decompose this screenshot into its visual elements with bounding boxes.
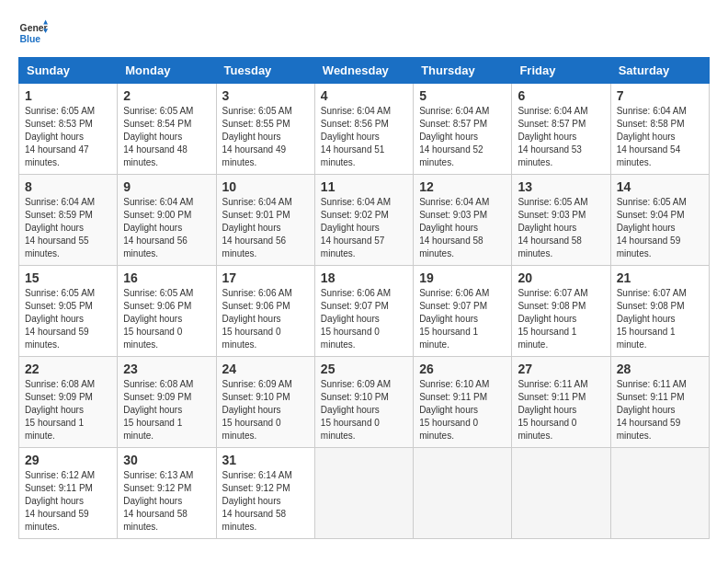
day-info: Sunrise: 6:06 AMSunset: 9:06 PMDaylight … bbox=[222, 287, 309, 351]
svg-text:Blue: Blue bbox=[20, 34, 41, 44]
header-tuesday: Tuesday bbox=[216, 58, 314, 84]
calendar-cell: 5Sunrise: 6:04 AMSunset: 8:57 PMDaylight… bbox=[414, 84, 512, 175]
day-info: Sunrise: 6:07 AMSunset: 9:08 PMDaylight … bbox=[518, 287, 604, 351]
day-info: Sunrise: 6:14 AMSunset: 9:12 PMDaylight … bbox=[222, 469, 309, 534]
calendar-cell: 16Sunrise: 6:05 AMSunset: 9:06 PMDayligh… bbox=[118, 266, 216, 357]
calendar-cell: 21Sunrise: 6:07 AMSunset: 9:08 PMDayligh… bbox=[610, 266, 709, 357]
calendar-cell: 3Sunrise: 6:05 AMSunset: 8:55 PMDaylight… bbox=[216, 84, 314, 175]
day-number: 9 bbox=[123, 179, 210, 194]
header-friday: Friday bbox=[512, 58, 610, 84]
day-number: 16 bbox=[123, 270, 210, 285]
calendar-cell: 27Sunrise: 6:11 AMSunset: 9:11 PMDayligh… bbox=[512, 357, 610, 448]
day-info: Sunrise: 6:04 AMSunset: 9:02 PMDaylight … bbox=[321, 196, 407, 260]
day-info: Sunrise: 6:05 AMSunset: 9:04 PMDaylight … bbox=[617, 196, 703, 260]
day-info: Sunrise: 6:08 AMSunset: 9:09 PMDaylight … bbox=[25, 378, 111, 442]
day-info: Sunrise: 6:11 AMSunset: 9:11 PMDaylight … bbox=[518, 378, 604, 442]
day-info: Sunrise: 6:12 AMSunset: 9:11 PMDaylight … bbox=[25, 469, 111, 534]
calendar-cell: 31Sunrise: 6:14 AMSunset: 9:12 PMDayligh… bbox=[216, 448, 314, 539]
calendar-week-4: 22Sunrise: 6:08 AMSunset: 9:09 PMDayligh… bbox=[19, 357, 710, 448]
day-info: Sunrise: 6:08 AMSunset: 9:09 PMDaylight … bbox=[123, 378, 210, 442]
page-header: General Blue bbox=[18, 18, 710, 48]
calendar-header-row: SundayMondayTuesdayWednesdayThursdayFrid… bbox=[19, 58, 710, 84]
day-number: 5 bbox=[419, 88, 506, 103]
calendar-cell bbox=[314, 448, 413, 539]
calendar-week-5: 29Sunrise: 6:12 AMSunset: 9:11 PMDayligh… bbox=[19, 448, 710, 539]
day-info: Sunrise: 6:04 AMSunset: 8:57 PMDaylight … bbox=[419, 105, 506, 169]
day-info: Sunrise: 6:04 AMSunset: 8:58 PMDaylight … bbox=[617, 105, 703, 169]
day-number: 15 bbox=[25, 270, 111, 285]
day-number: 4 bbox=[321, 88, 407, 103]
calendar-cell: 20Sunrise: 6:07 AMSunset: 9:08 PMDayligh… bbox=[512, 266, 610, 357]
calendar-week-3: 15Sunrise: 6:05 AMSunset: 9:05 PMDayligh… bbox=[19, 266, 710, 357]
header-sunday: Sunday bbox=[19, 58, 118, 84]
calendar-cell: 17Sunrise: 6:06 AMSunset: 9:06 PMDayligh… bbox=[216, 266, 314, 357]
calendar-cell: 1Sunrise: 6:05 AMSunset: 8:53 PMDaylight… bbox=[19, 84, 118, 175]
day-number: 24 bbox=[222, 362, 309, 376]
day-info: Sunrise: 6:05 AMSunset: 9:06 PMDaylight … bbox=[123, 287, 210, 351]
day-info: Sunrise: 6:09 AMSunset: 9:10 PMDaylight … bbox=[321, 378, 407, 442]
day-number: 1 bbox=[25, 88, 111, 103]
svg-text:General: General bbox=[20, 23, 48, 33]
calendar-cell: 11Sunrise: 6:04 AMSunset: 9:02 PMDayligh… bbox=[314, 175, 413, 266]
day-info: Sunrise: 6:05 AMSunset: 8:55 PMDaylight … bbox=[222, 105, 309, 169]
day-info: Sunrise: 6:04 AMSunset: 8:56 PMDaylight … bbox=[321, 105, 407, 169]
calendar-cell bbox=[414, 448, 512, 539]
calendar-cell bbox=[610, 448, 709, 539]
day-info: Sunrise: 6:05 AMSunset: 8:54 PMDaylight … bbox=[123, 105, 210, 169]
calendar-cell: 26Sunrise: 6:10 AMSunset: 9:11 PMDayligh… bbox=[414, 357, 512, 448]
day-info: Sunrise: 6:05 AMSunset: 8:53 PMDaylight … bbox=[25, 105, 111, 169]
day-number: 28 bbox=[617, 362, 703, 376]
day-number: 20 bbox=[518, 270, 604, 285]
day-info: Sunrise: 6:10 AMSunset: 9:11 PMDaylight … bbox=[419, 378, 506, 442]
calendar-cell: 14Sunrise: 6:05 AMSunset: 9:04 PMDayligh… bbox=[610, 175, 709, 266]
logo: General Blue bbox=[18, 18, 48, 48]
svg-marker-2 bbox=[43, 20, 48, 25]
calendar-cell: 2Sunrise: 6:05 AMSunset: 8:54 PMDaylight… bbox=[118, 84, 216, 175]
day-number: 17 bbox=[222, 270, 309, 285]
day-info: Sunrise: 6:04 AMSunset: 9:00 PMDaylight … bbox=[123, 196, 210, 260]
day-number: 26 bbox=[419, 362, 506, 376]
day-number: 3 bbox=[222, 88, 309, 103]
calendar-cell: 15Sunrise: 6:05 AMSunset: 9:05 PMDayligh… bbox=[19, 266, 118, 357]
day-number: 12 bbox=[419, 179, 506, 194]
header-thursday: Thursday bbox=[414, 58, 512, 84]
calendar-week-2: 8Sunrise: 6:04 AMSunset: 8:59 PMDaylight… bbox=[19, 175, 710, 266]
day-number: 23 bbox=[123, 362, 210, 376]
calendar-cell: 10Sunrise: 6:04 AMSunset: 9:01 PMDayligh… bbox=[216, 175, 314, 266]
day-info: Sunrise: 6:07 AMSunset: 9:08 PMDaylight … bbox=[617, 287, 703, 351]
calendar-cell: 9Sunrise: 6:04 AMSunset: 9:00 PMDaylight… bbox=[118, 175, 216, 266]
day-info: Sunrise: 6:11 AMSunset: 9:11 PMDaylight … bbox=[617, 378, 703, 442]
day-info: Sunrise: 6:04 AMSunset: 8:59 PMDaylight … bbox=[25, 196, 111, 260]
day-number: 10 bbox=[222, 179, 309, 194]
day-number: 7 bbox=[617, 88, 703, 103]
calendar-cell: 25Sunrise: 6:09 AMSunset: 9:10 PMDayligh… bbox=[314, 357, 413, 448]
day-info: Sunrise: 6:13 AMSunset: 9:12 PMDaylight … bbox=[123, 469, 210, 534]
day-number: 8 bbox=[25, 179, 111, 194]
calendar-table: SundayMondayTuesdayWednesdayThursdayFrid… bbox=[18, 57, 710, 539]
calendar-week-1: 1Sunrise: 6:05 AMSunset: 8:53 PMDaylight… bbox=[19, 84, 710, 175]
day-info: Sunrise: 6:04 AMSunset: 8:57 PMDaylight … bbox=[518, 105, 604, 169]
header-saturday: Saturday bbox=[610, 58, 709, 84]
day-info: Sunrise: 6:04 AMSunset: 9:03 PMDaylight … bbox=[419, 196, 506, 260]
day-number: 11 bbox=[321, 179, 407, 194]
day-number: 25 bbox=[321, 362, 407, 376]
day-number: 19 bbox=[419, 270, 506, 285]
day-info: Sunrise: 6:05 AMSunset: 9:05 PMDaylight … bbox=[25, 287, 111, 351]
day-info: Sunrise: 6:05 AMSunset: 9:03 PMDaylight … bbox=[518, 196, 604, 260]
day-number: 2 bbox=[123, 88, 210, 103]
calendar-cell: 28Sunrise: 6:11 AMSunset: 9:11 PMDayligh… bbox=[610, 357, 709, 448]
day-number: 18 bbox=[321, 270, 407, 285]
day-number: 6 bbox=[518, 88, 604, 103]
calendar-cell: 22Sunrise: 6:08 AMSunset: 9:09 PMDayligh… bbox=[19, 357, 118, 448]
calendar-cell: 7Sunrise: 6:04 AMSunset: 8:58 PMDaylight… bbox=[610, 84, 709, 175]
day-number: 22 bbox=[25, 362, 111, 376]
calendar-cell bbox=[512, 448, 610, 539]
calendar-cell: 6Sunrise: 6:04 AMSunset: 8:57 PMDaylight… bbox=[512, 84, 610, 175]
day-number: 14 bbox=[617, 179, 703, 194]
calendar-cell: 13Sunrise: 6:05 AMSunset: 9:03 PMDayligh… bbox=[512, 175, 610, 266]
calendar-cell: 4Sunrise: 6:04 AMSunset: 8:56 PMDaylight… bbox=[314, 84, 413, 175]
calendar-cell: 30Sunrise: 6:13 AMSunset: 9:12 PMDayligh… bbox=[118, 448, 216, 539]
calendar-cell: 8Sunrise: 6:04 AMSunset: 8:59 PMDaylight… bbox=[19, 175, 118, 266]
calendar-cell: 24Sunrise: 6:09 AMSunset: 9:10 PMDayligh… bbox=[216, 357, 314, 448]
calendar-cell: 29Sunrise: 6:12 AMSunset: 9:11 PMDayligh… bbox=[19, 448, 118, 539]
